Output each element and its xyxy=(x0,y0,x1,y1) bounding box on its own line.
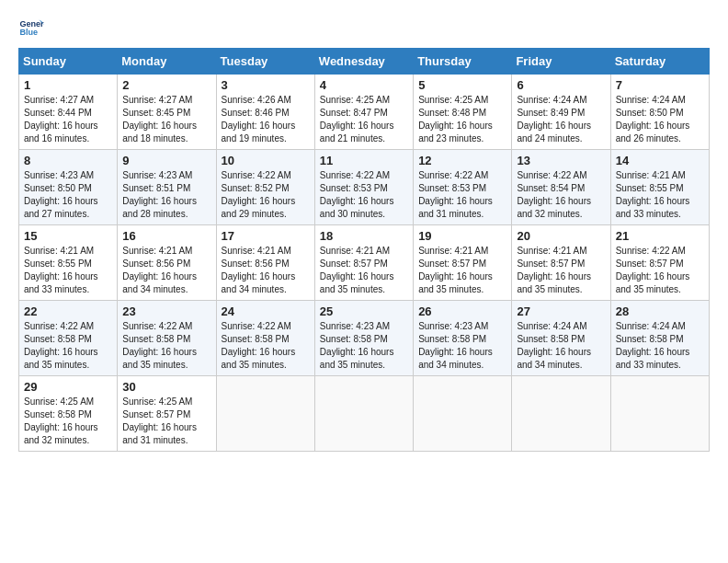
day-info: Sunrise: 4:25 AM Sunset: 8:58 PM Dayligh… xyxy=(24,396,112,447)
day-number: 27 xyxy=(517,304,605,318)
calendar-cell: 1Sunrise: 4:27 AM Sunset: 8:44 PM Daylig… xyxy=(19,75,118,150)
col-header-monday: Monday xyxy=(118,49,216,75)
calendar-cell xyxy=(314,376,413,452)
calendar-cell: 24Sunrise: 4:22 AM Sunset: 8:58 PM Dayli… xyxy=(216,301,314,376)
day-number: 21 xyxy=(616,229,704,243)
calendar-table: SundayMondayTuesdayWednesdayThursdayFrid… xyxy=(18,48,710,452)
day-number: 9 xyxy=(122,154,210,167)
day-number: 18 xyxy=(320,229,408,243)
logo: General Blue xyxy=(18,15,48,40)
day-number: 24 xyxy=(222,304,310,318)
calendar-cell: 23Sunrise: 4:22 AM Sunset: 8:58 PM Dayli… xyxy=(118,301,216,376)
calendar-cell: 10Sunrise: 4:22 AM Sunset: 8:52 PM Dayli… xyxy=(216,150,314,225)
calendar-cell: 17Sunrise: 4:21 AM Sunset: 8:56 PM Dayli… xyxy=(216,225,314,301)
col-header-saturday: Saturday xyxy=(610,49,709,75)
calendar-cell: 28Sunrise: 4:24 AM Sunset: 8:58 PM Dayli… xyxy=(610,301,709,376)
day-info: Sunrise: 4:22 AM Sunset: 8:53 PM Dayligh… xyxy=(320,169,408,221)
day-info: Sunrise: 4:24 AM Sunset: 8:58 PM Dayligh… xyxy=(517,320,605,372)
day-info: Sunrise: 4:22 AM Sunset: 8:54 PM Dayligh… xyxy=(517,169,605,221)
col-header-thursday: Thursday xyxy=(414,49,512,75)
day-number: 12 xyxy=(418,154,506,167)
day-info: Sunrise: 4:22 AM Sunset: 8:58 PM Dayligh… xyxy=(122,320,210,372)
calendar-cell: 19Sunrise: 4:21 AM Sunset: 8:57 PM Dayli… xyxy=(414,225,512,301)
page-header: General Blue xyxy=(18,15,710,40)
day-info: Sunrise: 4:21 AM Sunset: 8:57 PM Dayligh… xyxy=(418,245,506,296)
day-info: Sunrise: 4:21 AM Sunset: 8:56 PM Dayligh… xyxy=(122,245,210,296)
day-number: 1 xyxy=(24,78,112,92)
calendar-week-row: 8Sunrise: 4:23 AM Sunset: 8:50 PM Daylig… xyxy=(19,150,710,225)
calendar-cell: 8Sunrise: 4:23 AM Sunset: 8:50 PM Daylig… xyxy=(19,150,118,225)
col-header-friday: Friday xyxy=(512,49,610,75)
calendar-cell: 2Sunrise: 4:27 AM Sunset: 8:45 PM Daylig… xyxy=(118,75,216,150)
day-info: Sunrise: 4:22 AM Sunset: 8:58 PM Dayligh… xyxy=(222,320,310,372)
col-header-sunday: Sunday xyxy=(19,49,118,75)
calendar-cell xyxy=(216,376,314,452)
day-number: 2 xyxy=(122,78,210,92)
day-info: Sunrise: 4:21 AM Sunset: 8:57 PM Dayligh… xyxy=(517,245,605,296)
day-number: 5 xyxy=(418,78,506,92)
day-number: 30 xyxy=(122,380,210,394)
day-number: 8 xyxy=(24,154,112,167)
day-number: 26 xyxy=(418,304,506,318)
calendar-cell: 21Sunrise: 4:22 AM Sunset: 8:57 PM Dayli… xyxy=(610,225,709,301)
day-info: Sunrise: 4:21 AM Sunset: 8:55 PM Dayligh… xyxy=(24,245,112,296)
calendar-week-row: 22Sunrise: 4:22 AM Sunset: 8:58 PM Dayli… xyxy=(19,301,710,376)
logo-icon: General Blue xyxy=(18,15,44,40)
day-info: Sunrise: 4:22 AM Sunset: 8:52 PM Dayligh… xyxy=(222,169,310,221)
day-info: Sunrise: 4:24 AM Sunset: 8:50 PM Dayligh… xyxy=(616,94,704,145)
day-info: Sunrise: 4:24 AM Sunset: 8:49 PM Dayligh… xyxy=(517,94,605,145)
calendar-cell: 12Sunrise: 4:22 AM Sunset: 8:53 PM Dayli… xyxy=(414,150,512,225)
calendar-cell: 30Sunrise: 4:25 AM Sunset: 8:57 PM Dayli… xyxy=(118,376,216,452)
day-info: Sunrise: 4:21 AM Sunset: 8:55 PM Dayligh… xyxy=(616,169,704,221)
calendar-cell: 29Sunrise: 4:25 AM Sunset: 8:58 PM Dayli… xyxy=(19,376,118,452)
day-number: 6 xyxy=(517,78,605,92)
calendar-cell: 7Sunrise: 4:24 AM Sunset: 8:50 PM Daylig… xyxy=(610,75,709,150)
day-info: Sunrise: 4:24 AM Sunset: 8:58 PM Dayligh… xyxy=(616,320,704,372)
calendar-cell: 22Sunrise: 4:22 AM Sunset: 8:58 PM Dayli… xyxy=(19,301,118,376)
day-info: Sunrise: 4:22 AM Sunset: 8:53 PM Dayligh… xyxy=(418,169,506,221)
day-info: Sunrise: 4:22 AM Sunset: 8:58 PM Dayligh… xyxy=(24,320,112,372)
calendar-week-row: 1Sunrise: 4:27 AM Sunset: 8:44 PM Daylig… xyxy=(19,75,710,150)
day-info: Sunrise: 4:22 AM Sunset: 8:57 PM Dayligh… xyxy=(616,245,704,296)
svg-text:General: General xyxy=(19,19,44,29)
day-info: Sunrise: 4:27 AM Sunset: 8:44 PM Dayligh… xyxy=(24,94,112,145)
day-number: 10 xyxy=(222,154,310,167)
day-info: Sunrise: 4:21 AM Sunset: 8:56 PM Dayligh… xyxy=(222,245,310,296)
day-number: 22 xyxy=(24,304,112,318)
day-number: 29 xyxy=(24,380,112,394)
calendar-week-row: 15Sunrise: 4:21 AM Sunset: 8:55 PM Dayli… xyxy=(19,225,710,301)
calendar-cell: 20Sunrise: 4:21 AM Sunset: 8:57 PM Dayli… xyxy=(512,225,610,301)
calendar-cell: 16Sunrise: 4:21 AM Sunset: 8:56 PM Dayli… xyxy=(118,225,216,301)
calendar-cell: 25Sunrise: 4:23 AM Sunset: 8:58 PM Dayli… xyxy=(314,301,413,376)
day-info: Sunrise: 4:25 AM Sunset: 8:47 PM Dayligh… xyxy=(320,94,408,145)
day-info: Sunrise: 4:23 AM Sunset: 8:58 PM Dayligh… xyxy=(320,320,408,372)
day-number: 13 xyxy=(517,154,605,167)
day-number: 16 xyxy=(122,229,210,243)
calendar-cell: 13Sunrise: 4:22 AM Sunset: 8:54 PM Dayli… xyxy=(512,150,610,225)
calendar-cell: 6Sunrise: 4:24 AM Sunset: 8:49 PM Daylig… xyxy=(512,75,610,150)
day-number: 4 xyxy=(320,78,408,92)
day-number: 19 xyxy=(418,229,506,243)
day-info: Sunrise: 4:25 AM Sunset: 8:48 PM Dayligh… xyxy=(418,94,506,145)
calendar-cell xyxy=(512,376,610,452)
calendar-cell: 14Sunrise: 4:21 AM Sunset: 8:55 PM Dayli… xyxy=(610,150,709,225)
day-number: 25 xyxy=(320,304,408,318)
day-info: Sunrise: 4:23 AM Sunset: 8:50 PM Dayligh… xyxy=(24,169,112,221)
calendar-cell: 27Sunrise: 4:24 AM Sunset: 8:58 PM Dayli… xyxy=(512,301,610,376)
day-number: 14 xyxy=(616,154,704,167)
day-number: 17 xyxy=(222,229,310,243)
day-info: Sunrise: 4:25 AM Sunset: 8:57 PM Dayligh… xyxy=(122,396,210,447)
day-number: 23 xyxy=(122,304,210,318)
calendar-cell: 11Sunrise: 4:22 AM Sunset: 8:53 PM Dayli… xyxy=(314,150,413,225)
calendar-cell: 9Sunrise: 4:23 AM Sunset: 8:51 PM Daylig… xyxy=(118,150,216,225)
calendar-week-row: 29Sunrise: 4:25 AM Sunset: 8:58 PM Dayli… xyxy=(19,376,710,452)
calendar-cell: 18Sunrise: 4:21 AM Sunset: 8:57 PM Dayli… xyxy=(314,225,413,301)
day-info: Sunrise: 4:23 AM Sunset: 8:58 PM Dayligh… xyxy=(418,320,506,372)
day-number: 28 xyxy=(616,304,704,318)
calendar-cell: 3Sunrise: 4:26 AM Sunset: 8:46 PM Daylig… xyxy=(216,75,314,150)
col-header-tuesday: Tuesday xyxy=(216,49,314,75)
day-info: Sunrise: 4:27 AM Sunset: 8:45 PM Dayligh… xyxy=(122,94,210,145)
calendar-cell: 4Sunrise: 4:25 AM Sunset: 8:47 PM Daylig… xyxy=(314,75,413,150)
day-info: Sunrise: 4:21 AM Sunset: 8:57 PM Dayligh… xyxy=(320,245,408,296)
calendar-cell xyxy=(414,376,512,452)
